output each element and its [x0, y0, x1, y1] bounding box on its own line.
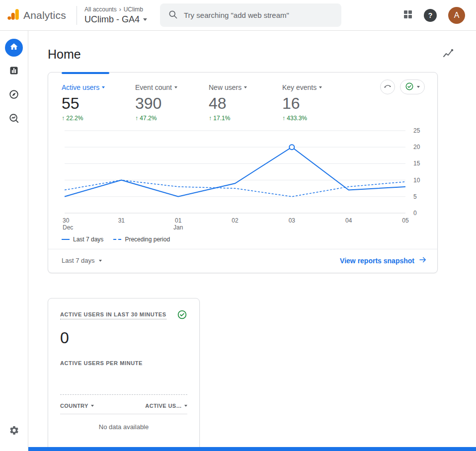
realtime-table-header: COUNTRY ACTIVE US… [60, 403, 187, 414]
trend-chart: 051015202530Dec3101Jan02030405 [62, 126, 429, 231]
insights-icon [442, 48, 454, 61]
date-range-label: Last 7 days [62, 257, 95, 264]
realtime-status-icon [177, 309, 187, 322]
svg-text:20: 20 [413, 144, 420, 150]
sidebar-item-reports[interactable] [0, 60, 28, 83]
app-name: Analytics [23, 9, 66, 21]
explore-icon [8, 89, 19, 102]
bottom-bar [28, 447, 476, 451]
metric-label: New users [209, 83, 241, 91]
metric-change: ↑ 17.1% [209, 115, 282, 122]
metric-label: Event count [135, 83, 172, 91]
chart-legend: Last 7 days Preceding period [62, 236, 437, 243]
apps-grid-icon [403, 10, 412, 20]
home-active-badge [5, 39, 23, 57]
dashed-line-swatch [113, 239, 121, 240]
analytics-logo[interactable]: Analytics [0, 8, 75, 23]
chevron-down-icon [102, 86, 105, 88]
column-header-country[interactable]: COUNTRY [60, 403, 94, 409]
chevron-down-icon [174, 86, 177, 88]
svg-text:03: 03 [289, 217, 296, 224]
metrics-row: Active users 55 ↑ 22.2% Event count 390 … [48, 73, 437, 122]
svg-text:0: 0 [413, 210, 417, 217]
home-icon [9, 42, 18, 53]
metric-value: 390 [135, 94, 209, 112]
apps-grid-button[interactable] [403, 10, 412, 20]
benchmarking-button[interactable] [380, 79, 395, 94]
account-switcher: All accounts › UClimb UClimb - GA4 [84, 6, 147, 25]
admin-settings-button[interactable] [0, 419, 28, 443]
chevron-down-icon [143, 18, 147, 21]
svg-text:31: 31 [118, 217, 125, 224]
chevron-down-icon [244, 86, 247, 88]
reports-icon [9, 66, 19, 77]
svg-text:30: 30 [63, 217, 70, 224]
metric-tab-active-users[interactable]: Active users 55 ↑ 22.2% [62, 83, 135, 122]
avatar-letter: A [454, 11, 460, 20]
overview-card: Active users 55 ↑ 22.2% Event count 390 … [48, 72, 438, 273]
breadcrumb-account[interactable]: UClimb [124, 6, 143, 13]
realtime-value: 0 [60, 329, 187, 347]
snapshot-link-label: View reports snapshot [340, 257, 414, 265]
svg-text:01: 01 [175, 217, 182, 224]
analytics-logo-icon [7, 8, 20, 23]
topbar-actions: ? A [403, 7, 476, 24]
chevron-down-icon [184, 405, 187, 407]
svg-text:25: 25 [413, 127, 420, 134]
page-title: Home [48, 47, 81, 62]
chevron-down-icon [417, 86, 420, 88]
insights-button[interactable] [442, 48, 454, 61]
no-data-message: No data available [60, 423, 187, 431]
metric-change: ↑ 22.2% [62, 115, 135, 122]
search-input[interactable] [184, 11, 333, 19]
svg-text:04: 04 [345, 217, 352, 224]
chevron-down-icon [91, 405, 94, 407]
overview-card-footer: Last 7 days View reports snapshot [48, 249, 437, 273]
main-content: Home Active users 55 ↑ 22.2% [28, 31, 476, 451]
sidebar-item-advertising[interactable] [0, 107, 28, 131]
advertising-icon [8, 113, 19, 126]
view-reports-snapshot-link[interactable]: View reports snapshot [340, 255, 427, 266]
svg-text:5: 5 [413, 193, 417, 200]
search-icon [168, 9, 178, 21]
svg-text:15: 15 [413, 160, 420, 167]
topbar: Analytics All accounts › UClimb UClimb -… [0, 0, 476, 31]
date-range-selector[interactable]: Last 7 days [62, 257, 102, 264]
settings-gear-icon [9, 425, 19, 438]
checkmark-circle-icon [405, 82, 414, 92]
legend-label: Last 7 days [73, 236, 103, 243]
sidebar [0, 31, 28, 451]
chevron-down-icon [319, 86, 322, 88]
help-button[interactable]: ? [424, 9, 437, 22]
realtime-title: ACTIVE USERS IN LAST 30 MINUTES [60, 311, 166, 319]
legend-item-current: Last 7 days [62, 236, 103, 243]
breadcrumb-root[interactable]: All accounts [84, 6, 117, 13]
column-label: ACTIVE US… [145, 403, 182, 409]
svg-text:02: 02 [232, 217, 238, 224]
realtime-sparkline [60, 374, 187, 395]
property-selector[interactable]: UClimb - GA4 [84, 14, 147, 25]
arrow-right-icon [418, 255, 427, 266]
topbar-divider [77, 6, 77, 25]
benchmarking-icon [383, 82, 392, 92]
search-bar[interactable] [160, 3, 341, 27]
breadcrumb: All accounts › UClimb [84, 6, 147, 13]
svg-text:10: 10 [413, 177, 420, 184]
metric-tab-key-events[interactable]: Key events 16 ↑ 433.3% [282, 83, 356, 122]
svg-text:Jan: Jan [173, 224, 183, 231]
help-question-mark: ? [428, 11, 433, 19]
solid-line-swatch [62, 239, 70, 240]
realtime-card: ACTIVE USERS IN LAST 30 MINUTES 0 ACTIVE… [48, 298, 200, 451]
svg-text:05: 05 [402, 217, 409, 224]
sidebar-item-home[interactable] [0, 36, 28, 60]
avatar[interactable]: A [448, 7, 465, 24]
legend-label: Preceding period [125, 236, 170, 243]
metric-tab-event-count[interactable]: Event count 390 ↑ 47.2% [135, 83, 209, 122]
column-label: COUNTRY [60, 403, 88, 409]
sidebar-item-explore[interactable] [0, 83, 28, 107]
column-header-active-users[interactable]: ACTIVE US… [145, 403, 187, 409]
metric-tab-new-users[interactable]: New users 48 ↑ 17.1% [209, 83, 282, 122]
metric-change: ↑ 47.2% [135, 115, 209, 122]
data-quality-button[interactable] [400, 79, 425, 94]
metric-label: Active users [62, 83, 99, 91]
